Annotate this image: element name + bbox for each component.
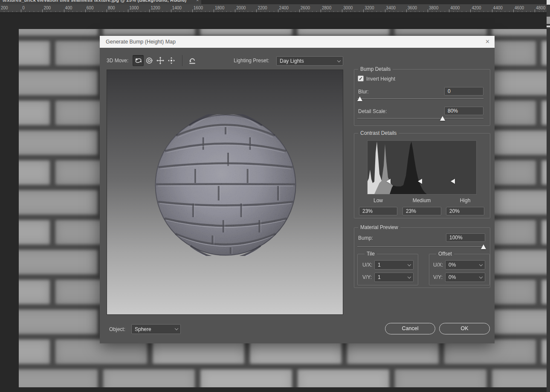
bump-input[interactable]: 100%	[446, 233, 485, 242]
chevron-down-icon	[477, 277, 485, 278]
chevron-down-icon	[405, 264, 413, 266]
lighting-preset-label: Lighting Preset:	[234, 58, 269, 64]
chevron-down-icon	[477, 264, 485, 266]
tile-ux-label: U/X:	[362, 262, 372, 268]
material-preview-title: Material Preview	[358, 224, 400, 230]
material-3d-preview[interactable]	[107, 70, 343, 315]
slide-3d-icon	[167, 56, 176, 65]
medium-label: Medium	[400, 197, 443, 203]
chevron-down-icon	[405, 277, 413, 278]
material-preview-group: Material Preview Bump: 100% Tile U/X: 1 …	[354, 227, 490, 288]
high-contrast-input[interactable]: 20%	[446, 207, 484, 215]
low-label: Low	[357, 197, 399, 203]
lighting-preset-select[interactable]: Day Lights	[276, 56, 343, 66]
tile-title: Tile	[365, 251, 377, 257]
object-label: Object:	[109, 326, 125, 332]
detail-scale-input[interactable]: 80%	[444, 107, 483, 115]
orbit-3d-icon	[134, 56, 142, 65]
detail-scale-slider-track[interactable]	[357, 118, 483, 119]
high-label: High	[444, 197, 486, 203]
medium-contrast-input[interactable]: 23%	[402, 207, 441, 215]
detail-scale-slider[interactable]	[357, 116, 483, 121]
panel-edge-strip	[547, 0, 550, 392]
tile-ux-select[interactable]: 1	[374, 260, 414, 270]
chevron-down-icon	[173, 328, 180, 330]
pan-3d-icon	[156, 56, 165, 65]
horizontal-ruler: 2000200400600800100012001400160018002000…	[0, 4, 547, 13]
offset-ux-label: U/X:	[433, 262, 443, 268]
invert-height-checkbox[interactable]: ✓	[358, 75, 364, 81]
contrast-details-group: Contrast Details Low Medium High 23% 23%…	[354, 133, 490, 218]
cancel-button[interactable]: Cancel	[385, 323, 435, 334]
document-tab[interactable]: textures_brick elevation tiles seamless …	[0, 0, 201, 4]
blur-slider[interactable]	[357, 97, 483, 101]
roll-3d-icon	[145, 56, 153, 65]
preview-sphere	[155, 114, 296, 256]
object-value: Sphere	[132, 326, 173, 332]
panel-fragment	[547, 0, 550, 5]
bump-label: Bump:	[358, 235, 373, 241]
ok-button[interactable]: OK	[439, 323, 490, 334]
dialog-close-icon[interactable]: ✕	[485, 36, 490, 48]
tile-ux-value: 1	[375, 262, 405, 268]
document-tab-title: textures_brick elevation tiles seamless …	[3, 0, 186, 3]
object-select[interactable]: Sphere	[131, 324, 181, 334]
tile-vy-label: V/Y:	[362, 274, 372, 280]
bump-details-group: Bump Details ✓ Invert Height Blur: 0 Det…	[354, 69, 490, 126]
detail-scale-label: Detail Scale:	[358, 108, 387, 114]
blur-slider-thumb[interactable]	[357, 96, 362, 101]
histogram-marker[interactable]	[418, 179, 422, 184]
panel-icon-fragment	[547, 17, 550, 24]
reset-view-button[interactable]	[186, 55, 199, 66]
checkmark-icon: ✓	[359, 76, 362, 81]
histogram-marker[interactable]	[451, 179, 455, 184]
dialog-titlebar[interactable]: Generate Bump (Height) Map ✕	[100, 36, 495, 48]
roll-3d-tool-button[interactable]	[144, 55, 155, 66]
bump-slider[interactable]	[357, 245, 484, 249]
panel-fragment	[547, 26, 550, 27]
move-tools-label: 3D Move:	[107, 58, 128, 64]
offset-group: Offset U/X: 0% V/Y: 0%	[429, 254, 490, 285]
bump-slider-track[interactable]	[357, 247, 484, 247]
offset-vy-select[interactable]: 0%	[445, 273, 485, 282]
slide-3d-tool-button[interactable]	[166, 55, 177, 66]
blur-label: Blur:	[358, 89, 369, 95]
contrast-details-title: Contrast Details	[358, 130, 399, 136]
offset-ux-select[interactable]: 0%	[445, 260, 485, 270]
tile-vy-value: 1	[375, 274, 405, 280]
document-tab-bar: textures_brick elevation tiles seamless …	[0, 0, 547, 4]
invert-height-label: Invert Height	[366, 76, 395, 82]
tile-group: Tile U/X: 1 V/Y: 1	[357, 254, 418, 285]
histogram-plot	[368, 141, 476, 194]
orbit-3d-tool-button[interactable]	[133, 55, 144, 66]
offset-vy-label: V/Y:	[433, 274, 443, 280]
offset-title: Offset	[436, 251, 454, 257]
bump-details-title: Bump Details	[358, 66, 393, 72]
low-contrast-input[interactable]: 23%	[359, 207, 397, 215]
pan-3d-tool-button[interactable]	[155, 55, 166, 66]
offset-ux-value: 0%	[446, 262, 477, 268]
blur-slider-track[interactable]	[357, 99, 483, 99]
blur-input[interactable]: 0	[444, 87, 483, 96]
tab-close-icon[interactable]: ×	[196, 0, 199, 3]
reset-view-icon	[188, 56, 197, 65]
dialog-title: Generate Bump (Height) Map	[106, 36, 176, 48]
detail-scale-slider-thumb[interactable]	[440, 116, 445, 121]
toolbar-divider	[182, 55, 182, 66]
generate-bump-map-dialog: Generate Bump (Height) Map ✕ 3D Move:	[100, 36, 495, 343]
bump-slider-thumb[interactable]	[481, 244, 486, 249]
contrast-histogram[interactable]	[367, 140, 477, 195]
lighting-preset-value: Day Lights	[277, 58, 335, 64]
chevron-down-icon	[335, 61, 343, 62]
offset-vy-value: 0%	[446, 274, 477, 280]
histogram-marker[interactable]	[386, 179, 391, 184]
tile-vy-select[interactable]: 1	[374, 273, 414, 282]
